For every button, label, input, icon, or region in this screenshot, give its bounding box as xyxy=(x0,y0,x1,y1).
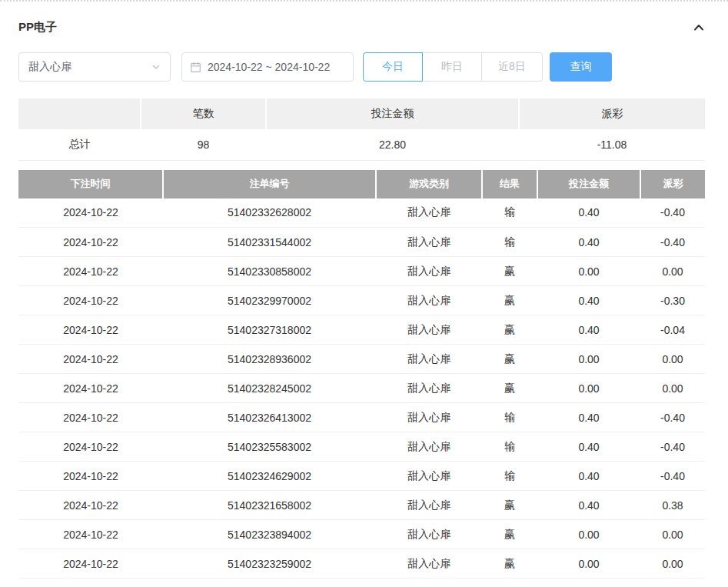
table-row: 2024-10-2251402327318002甜入心扉赢0.40-0.04 xyxy=(18,315,705,345)
table-cell: -0.40 xyxy=(640,198,705,228)
table-cell: 2024-10-22 xyxy=(18,198,163,228)
table-cell: 甜入心扉 xyxy=(376,374,482,403)
quick-range-yesterday-button[interactable]: 昨日 xyxy=(422,52,482,82)
quick-range-group: 今日 昨日 近8日 xyxy=(363,52,543,82)
table-cell: 51402327318002 xyxy=(163,315,376,345)
table-cell: 51402328245002 xyxy=(163,374,376,403)
table-row: 2024-10-2251402328245002甜入心扉赢0.000.00 xyxy=(18,374,705,403)
table-cell: 0.00 xyxy=(640,520,705,549)
table-cell: 0.00 xyxy=(537,345,640,374)
table-cell: 51402323259002 xyxy=(163,549,376,579)
table-cell: 2024-10-22 xyxy=(18,432,163,462)
table-cell: 输 xyxy=(482,462,537,491)
table-cell: 2024-10-22 xyxy=(18,286,163,315)
table-cell: 0.00 xyxy=(537,257,640,286)
summary-table: 笔数 投注金额 派彩 总计 98 22.80 -11.08 xyxy=(18,98,705,161)
table-cell: 甜入心扉 xyxy=(376,520,482,549)
table-cell: 赢 xyxy=(482,286,537,315)
calendar-icon xyxy=(190,62,201,73)
table-cell: 0.00 xyxy=(640,549,705,579)
summary-total-payout: -11.08 xyxy=(519,129,705,160)
table-cell: 2024-10-22 xyxy=(18,228,163,257)
game-select[interactable]: 甜入心扉 xyxy=(18,52,171,82)
table-cell: 0.40 xyxy=(537,228,640,257)
table-cell: -0.40 xyxy=(640,228,705,257)
records-header-game-type: 游戏类别 xyxy=(376,170,482,198)
date-range-input[interactable]: 2024-10-22 ~ 2024-10-22 xyxy=(181,52,354,82)
table-cell: 51402325583002 xyxy=(163,432,376,462)
panel-header: PP电子 xyxy=(18,2,705,35)
table-cell: 甜入心扉 xyxy=(376,198,482,228)
page-title: PP电子 xyxy=(18,20,57,35)
table-row: 2024-10-2251402330858002甜入心扉赢0.000.00 xyxy=(18,257,705,286)
table-cell: 2024-10-22 xyxy=(18,520,163,549)
summary-header-count: 笔数 xyxy=(141,98,266,129)
table-row: 2024-10-2251402323259002甜入心扉赢0.000.00 xyxy=(18,549,705,579)
table-cell: 2024-10-22 xyxy=(18,403,163,432)
table-row: 2024-10-2251402332628002甜入心扉输0.40-0.40 xyxy=(18,198,705,228)
table-cell: 2024-10-22 xyxy=(18,549,163,579)
table-cell: 0.40 xyxy=(537,462,640,491)
table-cell: 2024-10-22 xyxy=(18,257,163,286)
table-cell: 51402324629002 xyxy=(163,462,376,491)
table-cell xyxy=(482,579,537,587)
table-row: 2024-10-22甜入心扉 xyxy=(18,579,705,587)
table-cell: 2024-10-22 xyxy=(18,579,163,587)
table-cell: 甜入心扉 xyxy=(376,579,482,587)
table-cell: -0.40 xyxy=(640,462,705,491)
table-row: 2024-10-2251402324629002甜入心扉输0.40-0.40 xyxy=(18,462,705,491)
table-row: 2024-10-2251402321658002甜入心扉赢0.400.38 xyxy=(18,491,705,520)
table-row: 2024-10-2251402326413002甜入心扉输0.40-0.40 xyxy=(18,403,705,432)
table-cell: 甜入心扉 xyxy=(376,462,482,491)
table-cell: 0.40 xyxy=(537,198,640,228)
records-header-payout: 派彩 xyxy=(640,170,705,198)
table-cell: -0.40 xyxy=(640,403,705,432)
table-cell: -0.40 xyxy=(640,432,705,462)
table-cell: 0.38 xyxy=(640,491,705,520)
records-table-body: 2024-10-2251402332628002甜入心扉输0.40-0.4020… xyxy=(18,198,705,587)
table-cell: 0.00 xyxy=(537,520,640,549)
search-button[interactable]: 查询 xyxy=(550,52,612,82)
table-cell: 51402329970002 xyxy=(163,286,376,315)
table-cell: 0.40 xyxy=(537,315,640,345)
table-cell: 2024-10-22 xyxy=(18,491,163,520)
table-cell: 0.40 xyxy=(537,432,640,462)
records-header-result: 结果 xyxy=(482,170,537,198)
table-cell: 2024-10-22 xyxy=(18,462,163,491)
table-cell: 甜入心扉 xyxy=(376,286,482,315)
summary-header-row: 笔数 投注金额 派彩 xyxy=(18,98,705,129)
table-cell: 0.40 xyxy=(537,286,640,315)
summary-header-bet-amount: 投注金额 xyxy=(266,98,519,129)
summary-total-bet-amount: 22.80 xyxy=(266,129,519,160)
table-cell: 0.00 xyxy=(640,257,705,286)
table-cell xyxy=(537,579,640,587)
table-cell: 2024-10-22 xyxy=(18,374,163,403)
game-select-value: 甜入心扉 xyxy=(28,60,71,74)
table-cell: 甜入心扉 xyxy=(376,549,482,579)
records-table: 下注时间 注单编号 游戏类别 结果 投注金额 派彩 2024-10-225140… xyxy=(18,170,705,587)
filter-bar: 甜入心扉 2024-10-22 ~ 2024-10-22 今日 昨日 近8日 查… xyxy=(18,52,705,82)
quick-range-today-button[interactable]: 今日 xyxy=(363,52,423,82)
table-cell: 赢 xyxy=(482,549,537,579)
summary-header-empty xyxy=(18,98,141,129)
table-cell: 输 xyxy=(482,198,537,228)
records-header-bet-time: 下注时间 xyxy=(18,170,163,198)
table-row: 2024-10-2251402331544002甜入心扉输0.40-0.40 xyxy=(18,228,705,257)
table-cell: 赢 xyxy=(482,491,537,520)
summary-total-label: 总计 xyxy=(18,129,141,160)
table-cell xyxy=(163,579,376,587)
table-cell: 0.00 xyxy=(640,374,705,403)
quick-range-8days-button[interactable]: 近8日 xyxy=(481,52,543,82)
table-cell: 51402331544002 xyxy=(163,228,376,257)
table-cell xyxy=(640,579,705,587)
records-header-row: 下注时间 注单编号 游戏类别 结果 投注金额 派彩 xyxy=(18,170,705,198)
table-cell: 赢 xyxy=(482,257,537,286)
summary-total-count: 98 xyxy=(141,129,266,160)
collapse-chevron-icon[interactable] xyxy=(693,22,705,34)
summary-header-payout: 派彩 xyxy=(519,98,705,129)
table-cell: 51402330858002 xyxy=(163,257,376,286)
records-header-bet-amount: 投注金额 xyxy=(537,170,640,198)
table-cell: 甜入心扉 xyxy=(376,432,482,462)
records-header-order-id: 注单编号 xyxy=(163,170,376,198)
betting-records-panel: PP电子 甜入心扉 2024-10-22 ~ 2024-10-22 xyxy=(0,2,728,587)
